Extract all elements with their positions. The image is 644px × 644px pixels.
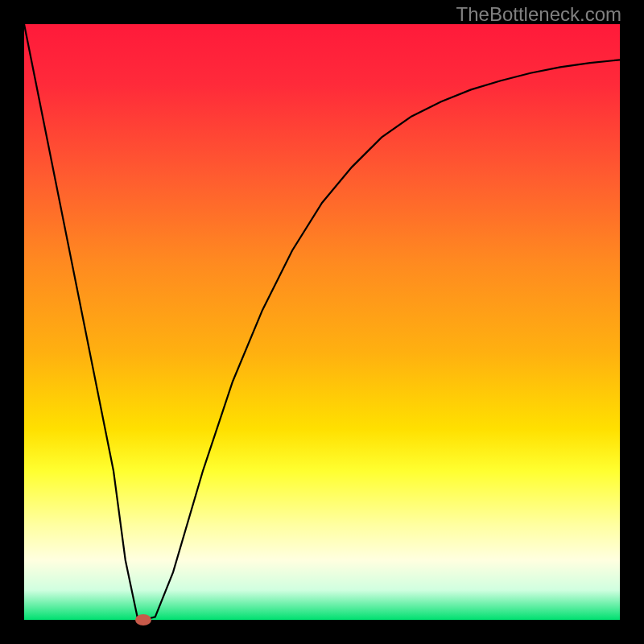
watermark-text: TheBottleneck.com xyxy=(456,3,621,26)
minimum-marker xyxy=(135,614,151,625)
curve-svg xyxy=(24,24,620,620)
bottleneck-curve xyxy=(24,24,620,620)
plot-area xyxy=(24,24,620,620)
chart-container: TheBottleneck.com xyxy=(0,0,644,644)
